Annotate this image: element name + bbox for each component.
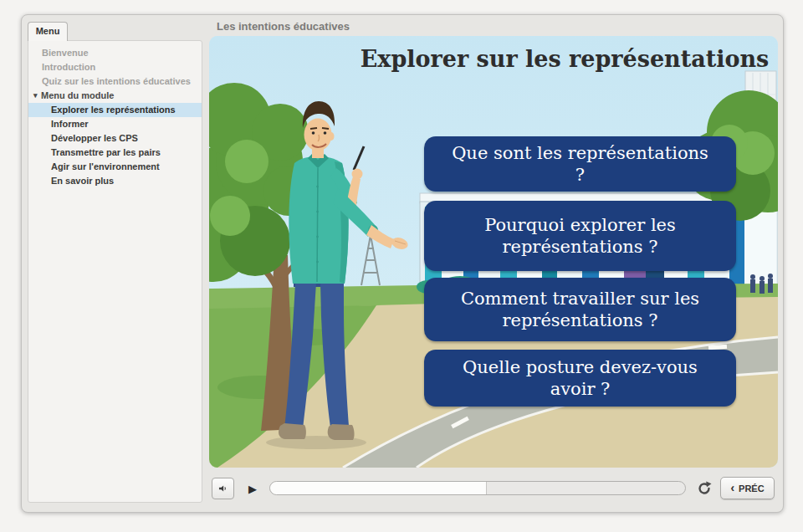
- sidebar-item-bienvenue[interactable]: Bienvenue: [28, 46, 202, 60]
- slide-title: Explorer sur les représentations: [358, 46, 771, 72]
- sidebar-item-en-savoir-plus[interactable]: En savoir plus: [28, 174, 202, 188]
- slide-button-comment-travailler[interactable]: Comment travailler sur les représentatio…: [424, 278, 736, 341]
- volume-button[interactable]: [212, 478, 234, 499]
- slide-button-que-sont-les-representations[interactable]: Que sont les représentations ?: [424, 136, 736, 192]
- slide-button-pourquoi-explorer[interactable]: Pourquoi explorer les représentations ?: [424, 201, 736, 271]
- sidebar-menu: Bienvenue Introduction Quiz sur les inte…: [28, 40, 202, 503]
- sidebar-item-informer[interactable]: Informer: [28, 117, 202, 131]
- prev-button[interactable]: ‹ PRÉC: [720, 477, 775, 499]
- chevron-down-icon: ▾: [33, 89, 41, 103]
- sidebar-item-agir-sur-environnement[interactable]: Agir sur l'environnement: [28, 160, 202, 174]
- seekbar-fill: [270, 482, 487, 494]
- chevron-left-icon: ‹: [730, 482, 734, 494]
- sidebar-item-explorer-les-representations[interactable]: Explorer les représentations: [28, 103, 202, 117]
- prev-button-label: PRÉC: [739, 483, 765, 494]
- play-icon: ▶: [248, 483, 257, 495]
- replay-icon: [696, 480, 713, 497]
- sidebar-item-quiz[interactable]: Quiz sur les intentions éducatives: [28, 74, 202, 89]
- sidebar-item-transmettre-par-les-pairs[interactable]: Transmettre par les pairs: [28, 146, 202, 160]
- seekbar[interactable]: [269, 481, 686, 495]
- sidebar-item-developper-les-cps[interactable]: Développer les CPS: [28, 131, 202, 146]
- replay-button[interactable]: [695, 479, 713, 498]
- slide-stage: Explorer sur les représentations Que son…: [209, 36, 778, 468]
- play-button[interactable]: ▶: [241, 478, 264, 499]
- people-silhouettes: [750, 274, 773, 294]
- slide-button-quelle-posture[interactable]: Quelle posture devez-vous avoir ?: [424, 350, 736, 407]
- slide-header-title: Les intentions éducatives: [217, 20, 350, 33]
- speaker-icon: [217, 481, 228, 496]
- tab-menu[interactable]: Menu: [28, 22, 68, 41]
- sidebar-item-label: Menu du module: [41, 90, 114, 100]
- sidebar-item-introduction[interactable]: Introduction: [28, 60, 202, 74]
- sidebar-item-menu-du-module[interactable]: ▾Menu du module: [28, 89, 202, 103]
